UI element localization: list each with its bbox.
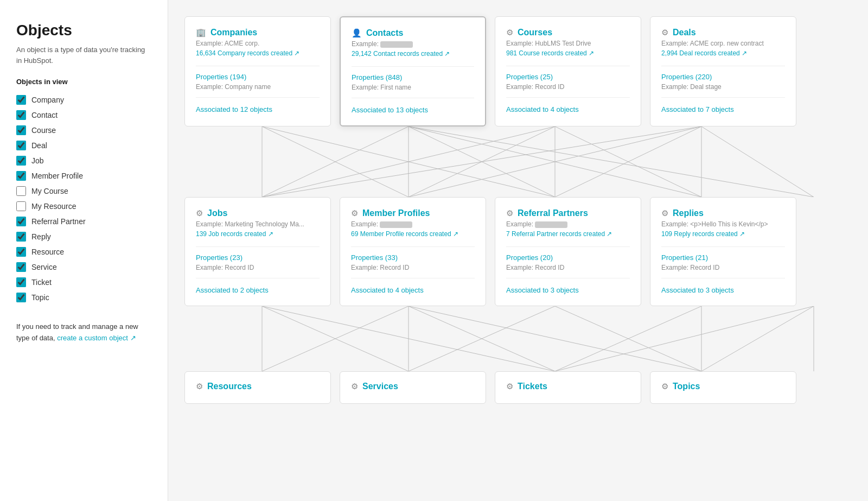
card-records-link[interactable]: 69 Member Profile records created ↗: [351, 230, 458, 238]
checkbox-item-course[interactable]: Course: [16, 123, 151, 138]
checkbox-item-reply[interactable]: Reply: [16, 229, 151, 244]
card-header: ⚙Jobs: [196, 208, 320, 218]
checkbox-item-topic[interactable]: Topic: [16, 290, 151, 305]
card-divider: [506, 246, 630, 247]
checkbox-item-deal[interactable]: Deal: [16, 138, 151, 153]
checkbox-job[interactable]: [16, 156, 26, 166]
card-header: ⚙Services: [351, 382, 398, 391]
card-divider: [196, 66, 320, 66]
checkbox-item-member-profile[interactable]: Member Profile: [16, 168, 151, 183]
checkbox-my-course[interactable]: [16, 186, 26, 196]
card-properties-link[interactable]: Properties (21): [661, 253, 785, 262]
card-title-link[interactable]: Companies: [210, 28, 257, 37]
create-custom-object-link[interactable]: create a custom object ↗: [57, 334, 136, 342]
page-title: Objects: [16, 22, 151, 39]
checkbox-contact[interactable]: [16, 110, 26, 120]
card-divider-2: [352, 98, 474, 98]
card-properties-link[interactable]: Properties (220): [661, 73, 785, 81]
card-title-link[interactable]: Contacts: [366, 28, 403, 38]
card-records-link[interactable]: 981 Course records created ↗: [506, 49, 594, 57]
card-records-link[interactable]: 29,142 Contact records created ↗: [352, 50, 450, 58]
card-associations-link[interactable]: Associated to 7 objects: [661, 105, 734, 113]
checkbox-item-resource[interactable]: Resource: [16, 244, 151, 259]
card-divider: [196, 246, 320, 247]
object-card-services: ⚙Services: [340, 371, 486, 404]
checkbox-item-ticket[interactable]: Ticket: [16, 275, 151, 290]
card-records: 139 Job records created ↗: [196, 230, 320, 238]
cards-area: 🏢CompaniesExample: ACME corp.16,634 Comp…: [184, 16, 852, 404]
object-card-tickets: ⚙Tickets: [495, 371, 641, 404]
card-title-link[interactable]: Deals: [673, 28, 696, 37]
object-card-deals: ⚙DealsExample: ACME corp. new contract2,…: [650, 16, 796, 126]
checkbox-ticket[interactable]: [16, 277, 26, 287]
connection-lines-2: [184, 306, 857, 371]
card-type-icon: ⚙: [661, 208, 668, 218]
checkbox-label: Topic: [31, 293, 49, 302]
checkbox-topic[interactable]: [16, 293, 26, 302]
card-divider-2: [661, 278, 785, 278]
checkbox-item-contact[interactable]: Contact: [16, 107, 151, 123]
card-title-link[interactable]: Services: [362, 382, 398, 391]
checkbox-item-company[interactable]: Company: [16, 92, 151, 107]
checkbox-course[interactable]: [16, 125, 26, 135]
card-records: 29,142 Contact records created ↗: [352, 50, 474, 58]
card-divider-2: [351, 278, 475, 278]
card-type-icon: ⚙: [351, 382, 358, 391]
card-title-link[interactable]: Tickets: [518, 382, 547, 391]
card-records-link[interactable]: 7 Referral Partner records created ↗: [506, 230, 612, 238]
object-card-member-profiles: ⚙Member ProfilesExample: xxxxxxxxx69 Mem…: [340, 197, 486, 306]
card-associations-link[interactable]: Associated to 2 objects: [196, 286, 269, 294]
card-associations-link[interactable]: Associated to 4 objects: [506, 105, 579, 113]
card-records-link[interactable]: 109 Reply records created ↗: [661, 230, 745, 238]
card-records-link[interactable]: 16,634 Company records created ↗: [196, 49, 299, 57]
checkbox-resource[interactable]: [16, 247, 26, 257]
card-divider: [506, 66, 630, 66]
checkbox-service[interactable]: [16, 262, 26, 272]
svg-line-23: [409, 306, 701, 371]
card-associations-link[interactable]: Associated to 12 objects: [196, 105, 272, 113]
checkbox-item-my-resource[interactable]: My Resource: [16, 199, 151, 214]
card-properties-link[interactable]: Properties (33): [351, 253, 475, 262]
card-properties-link[interactable]: Properties (194): [196, 73, 320, 81]
card-records-link[interactable]: 2,994 Deal records created ↗: [661, 49, 747, 57]
checkbox-label: Job: [31, 156, 44, 165]
card-example: Example: ACME corp. new contract: [661, 40, 785, 47]
card-prop-example: Example: Record ID: [506, 83, 630, 91]
checkbox-deal[interactable]: [16, 141, 26, 150]
checkbox-referral-partner[interactable]: [16, 217, 26, 226]
object-card-referral-partners: ⚙Referral PartnersExample: xxxxxxxxx7 Re…: [495, 197, 641, 306]
card-records-link[interactable]: 139 Job records created ↗: [196, 230, 273, 238]
card-properties-link[interactable]: Properties (25): [506, 73, 630, 81]
object-card-companies: 🏢CompaniesExample: ACME corp.16,634 Comp…: [184, 16, 331, 126]
checkbox-label: My Resource: [31, 202, 76, 211]
card-title-link[interactable]: Topics: [673, 382, 700, 391]
checkbox-item-job[interactable]: Job: [16, 153, 151, 168]
card-example: Example: xxxxxxxxx: [351, 220, 475, 228]
checkbox-item-referral-partner[interactable]: Referral Partner: [16, 214, 151, 229]
card-associations-link[interactable]: Associated to 3 objects: [661, 286, 734, 294]
card-title-link[interactable]: Courses: [518, 28, 552, 37]
card-properties-link[interactable]: Properties (23): [196, 253, 320, 262]
card-associations-link[interactable]: Associated to 4 objects: [351, 286, 424, 294]
card-title-link[interactable]: Jobs: [207, 208, 227, 218]
card-type-icon: ⚙: [506, 28, 513, 37]
card-properties-link[interactable]: Properties (848): [352, 73, 474, 81]
checkbox-reply[interactable]: [16, 232, 26, 242]
card-type-icon: ⚙: [196, 382, 203, 391]
checkbox-member-profile[interactable]: [16, 171, 26, 181]
checkbox-company[interactable]: [16, 95, 26, 105]
card-associations-link[interactable]: Associated to 3 objects: [506, 286, 579, 294]
card-associations-link[interactable]: Associated to 13 objects: [352, 106, 428, 114]
checkbox-label: Deal: [31, 141, 47, 150]
checkbox-my-resource[interactable]: [16, 201, 26, 211]
checkbox-item-service[interactable]: Service: [16, 259, 151, 275]
card-type-icon: 👤: [352, 28, 362, 38]
svg-line-16: [701, 126, 814, 197]
card-title-link[interactable]: Member Profiles: [362, 208, 430, 218]
card-properties-link[interactable]: Properties (20): [506, 253, 630, 262]
card-title-link[interactable]: Referral Partners: [518, 208, 588, 218]
checkbox-label: Contact: [31, 111, 58, 119]
card-title-link[interactable]: Replies: [673, 208, 704, 218]
checkbox-item-my-course[interactable]: My Course: [16, 183, 151, 199]
card-title-link[interactable]: Resources: [207, 382, 252, 391]
